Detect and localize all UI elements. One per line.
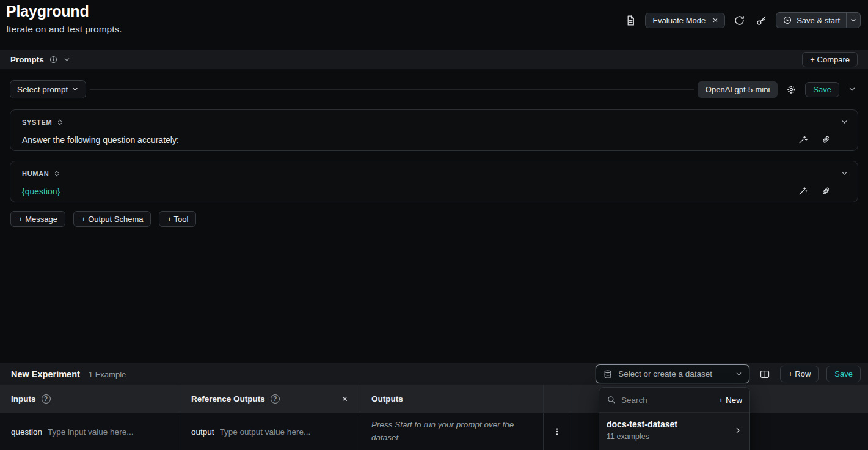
outputs-header-label: Outputs xyxy=(371,394,403,404)
model-settings-button[interactable] xyxy=(784,83,798,97)
save-and-start-button[interactable]: Save & start xyxy=(776,13,846,28)
prompt-actions: + Message + Output Schema + Tool xyxy=(0,202,868,227)
system-message-block: SYSTEM Answer the following question acc… xyxy=(10,109,858,151)
dataset-item-text: docs-test-dataset 11 examples xyxy=(607,419,729,441)
play-circle-icon xyxy=(782,15,792,25)
select-prompt-button[interactable]: Select prompt xyxy=(10,80,86,98)
improve-prompt-button[interactable] xyxy=(796,184,810,198)
message-header: HUMAN xyxy=(22,168,848,179)
prompts-section-title[interactable]: Prompts xyxy=(10,55,71,64)
header-titles: Playground Iterate on and test prompts. xyxy=(6,2,122,50)
toggle-columns-button[interactable] xyxy=(757,367,772,382)
paperclip-icon xyxy=(821,186,831,196)
model-chip[interactable]: OpenAI gpt-5-mini xyxy=(698,81,778,98)
attach-file-button[interactable] xyxy=(819,133,833,147)
input-cell: question xyxy=(0,413,180,450)
dataset-select-label: Select or create a dataset xyxy=(618,369,729,378)
compare-button[interactable]: + Compare xyxy=(802,52,858,67)
key-icon xyxy=(756,15,767,26)
example-count: 1 Example xyxy=(89,370,126,379)
dataset-search-input[interactable] xyxy=(621,396,713,405)
chevron-down-icon xyxy=(848,85,856,94)
x-icon xyxy=(712,17,719,24)
toolbar-divider xyxy=(90,89,694,90)
playground-page: Playground Iterate on and test prompts. … xyxy=(0,0,868,450)
chevron-down-icon xyxy=(841,169,848,177)
outputs-column-header: Outputs xyxy=(360,385,544,413)
message-header: SYSTEM xyxy=(22,117,848,127)
message-content[interactable]: Answer the following question accurately… xyxy=(22,135,179,145)
dataset-list-item[interactable]: docs-test-dataset 11 examples xyxy=(599,413,749,448)
reorder-icon[interactable] xyxy=(56,118,64,127)
reference-outputs-column-header: Reference Outputs ? xyxy=(180,385,360,413)
experiment-save-button[interactable]: Save xyxy=(826,366,861,382)
row-actions-cell xyxy=(544,413,571,450)
save-and-start-split-button: Save & start xyxy=(776,12,861,28)
database-icon xyxy=(603,369,613,379)
remove-reference-outputs-button[interactable] xyxy=(340,394,350,404)
prompt-file-button[interactable] xyxy=(623,13,638,28)
reset-playground-button[interactable] xyxy=(732,13,747,28)
collapse-message-button[interactable] xyxy=(841,169,848,177)
evaluate-mode-label: Evaluate Mode xyxy=(652,16,706,25)
output-value-field[interactable] xyxy=(220,427,350,437)
attach-file-button[interactable] xyxy=(819,184,833,198)
dots-vertical-icon xyxy=(552,427,562,437)
page-title: Playground xyxy=(6,2,122,20)
output-key-label: output xyxy=(191,427,214,437)
add-row-button[interactable]: + Row xyxy=(780,366,819,382)
close-icon[interactable] xyxy=(711,16,720,24)
message-body: Answer the following question accurately… xyxy=(22,133,848,147)
search-icon xyxy=(607,395,616,405)
collapse-prompt-button[interactable] xyxy=(846,83,858,95)
save-and-start-dropdown-button[interactable] xyxy=(846,13,860,28)
header-actions: Evaluate Mode Save & start xyxy=(623,12,861,29)
help-icon[interactable]: ? xyxy=(271,394,280,404)
help-icon[interactable]: ? xyxy=(42,394,51,404)
page-subtitle: Iterate on and test prompts. xyxy=(6,24,122,35)
chevron-down-icon xyxy=(850,17,857,24)
actions-column-header xyxy=(544,385,571,413)
paperclip-icon xyxy=(821,135,831,145)
x-icon xyxy=(341,395,349,403)
chevron-down-icon[interactable] xyxy=(63,56,71,64)
chevron-down-icon xyxy=(841,118,848,126)
message-tools xyxy=(796,184,833,198)
input-value-field[interactable] xyxy=(48,427,170,437)
empty-area xyxy=(0,227,868,363)
new-dataset-button[interactable]: + New xyxy=(718,396,742,405)
message-role-label: HUMAN xyxy=(22,170,49,177)
prompt-messages: SYSTEM Answer the following question acc… xyxy=(0,109,868,202)
api-key-button[interactable] xyxy=(754,13,769,28)
collapse-message-button[interactable] xyxy=(841,118,848,126)
select-prompt-label: Select prompt xyxy=(17,85,68,94)
chevron-down-icon xyxy=(71,86,79,93)
experiment-controls: Select or create a dataset + Row Save xyxy=(596,364,861,383)
refresh-icon xyxy=(734,15,745,26)
message-content-variable[interactable]: {question} xyxy=(22,186,60,196)
outputs-cell: Press Start to run your prompt over the … xyxy=(360,413,544,450)
row-menu-button[interactable] xyxy=(550,425,564,438)
outputs-hint-text: Press Start to run your prompt over the … xyxy=(371,419,533,444)
improve-prompt-button[interactable] xyxy=(796,133,810,147)
chevron-down-icon xyxy=(735,370,743,378)
add-tool-button[interactable]: + Tool xyxy=(159,211,196,227)
file-icon xyxy=(625,15,636,26)
chevron-right-icon xyxy=(734,426,742,435)
prompt-save-button[interactable]: Save xyxy=(805,82,839,97)
dataset-select-button[interactable]: Select or create a dataset xyxy=(596,364,749,383)
prompts-label: Prompts xyxy=(10,55,44,64)
reference-output-cell: output xyxy=(180,413,360,450)
add-output-schema-button[interactable]: + Output Schema xyxy=(73,211,151,227)
dataset-item-name: docs-test-dataset xyxy=(607,419,729,429)
prompt-toolbar: Select prompt OpenAI gpt-5-mini Save xyxy=(0,69,868,109)
reorder-icon[interactable] xyxy=(53,169,60,178)
experiment-info: New Experiment 1 Example xyxy=(11,369,126,379)
human-message-block: HUMAN {question} xyxy=(10,161,858,202)
wand-icon xyxy=(798,135,808,145)
gear-icon xyxy=(786,84,797,95)
inputs-column-header: Inputs ? xyxy=(0,385,180,413)
evaluate-mode-chip[interactable]: Evaluate Mode xyxy=(645,13,725,28)
message-tools xyxy=(796,133,833,147)
add-message-button[interactable]: + Message xyxy=(10,211,65,227)
